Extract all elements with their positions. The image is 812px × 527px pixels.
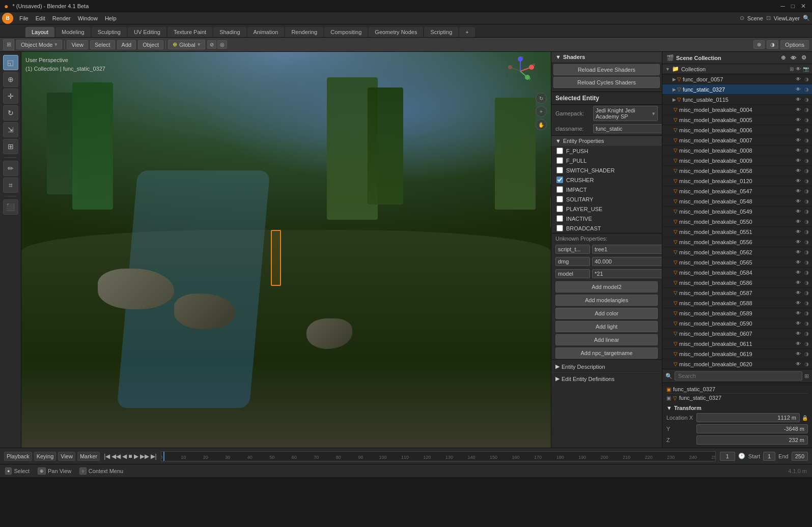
playback-btn[interactable]: Playback [4,452,32,461]
cb-impact[interactable] [556,186,563,193]
entity-properties-header[interactable]: ▼ Entity Properties [551,136,662,146]
ci-render-icon[interactable]: ◑ [803,188,810,194]
collection-item[interactable]: ▽ misc_model_breakable_0590 👁 ◑ [662,318,812,329]
collection-item[interactable]: ▽ misc_model_breakable_0556 👁 ◑ [662,237,812,247]
tab-geometry-nodes[interactable]: Geometry Nodes [369,27,423,37]
collection-item[interactable]: ▽ misc_model_breakable_0589 👁 ◑ [662,308,812,318]
collection-item[interactable]: ▽ misc_model_breakable_0005 👁 ◑ [662,115,812,125]
ci-eye-icon[interactable]: 👁 [795,361,802,367]
cb-broadcast[interactable] [556,225,563,231]
coll-filter-icon[interactable]: ⊞ [790,66,794,72]
ci-eye-icon[interactable]: 👁 [795,219,802,224]
ci-eye-icon[interactable]: 👁 [795,188,802,194]
object-btn[interactable]: Object [138,40,163,49]
collection-item[interactable]: ▽ misc_model_breakable_0006 👁 ◑ [662,125,812,135]
options-btn[interactable]: Options [780,40,809,49]
prop-key-script[interactable] [555,245,590,254]
ci-eye-icon[interactable]: 👁 [795,341,802,346]
ci-eye-icon[interactable]: 👁 [795,259,802,265]
collection-item[interactable]: ▽ misc_model_breakable_0548 👁 ◑ [662,196,812,207]
collection-collapse-arrow[interactable]: ▼ [665,67,670,72]
side-tab-tool[interactable]: Tool [550,150,551,164]
ci-render-icon[interactable]: ◑ [803,331,810,336]
tab-uv-editing[interactable]: UV Editing [128,27,166,37]
collection-item[interactable]: ▽ misc_model_breakable_0007 👁 ◑ [662,135,812,145]
tab-compositing[interactable]: Compositing [324,27,368,37]
menu-file[interactable]: File [16,14,32,22]
ci-eye-icon[interactable]: 👁 [795,86,802,92]
scene-search-input[interactable] [675,371,802,380]
ci-eye-icon[interactable]: 👁 [795,198,802,204]
coll-render-icon[interactable]: 📷 [803,66,809,72]
ci-render-icon[interactable]: ◑ [803,320,810,326]
cb-f-push[interactable] [556,148,563,154]
ci-eye-icon[interactable]: 👁 [795,270,802,275]
step-back-btn[interactable]: ◀◀ [111,453,121,460]
ci-eye-icon[interactable]: 👁 [795,158,802,163]
viewport-overlays-btn[interactable]: ⊛ [753,40,765,49]
maximize-btn[interactable]: □ [789,3,797,10]
ci-render-icon[interactable]: ◑ [803,107,810,112]
scene-filter-icon[interactable]: ⊕ [779,54,787,62]
collection-item[interactable]: ▽ misc_model_breakable_0551 👁 ◑ [662,227,812,237]
snap-btn[interactable]: ⊘ ◎ [207,40,227,49]
ci-render-icon[interactable]: ◑ [803,239,810,245]
ci-eye-icon[interactable]: 👁 [795,209,802,214]
cb-solitary[interactable] [556,196,563,202]
prop-val-dmg[interactable] [592,257,662,266]
ci-eye-icon[interactable]: 👁 [795,290,802,296]
ci-eye-icon[interactable]: 👁 [795,137,802,143]
add-cube-btn[interactable]: ⬛ [3,199,18,215]
collection-item[interactable]: ▽ misc_model_breakable_0120 👁 ◑ [662,176,812,186]
transform-header[interactable]: ▼ Transform [666,404,808,412]
tab-sculpting[interactable]: Sculpting [92,27,127,37]
collection-item[interactable]: ▽ misc_model_breakable_0607 👁 ◑ [662,329,812,339]
collection-item[interactable]: ▽ misc_model_breakable_0619 👁 ◑ [662,349,812,359]
close-btn[interactable]: ✕ [799,3,808,10]
collection-item[interactable]: ▶ ▽ func_static_0327 👁 ◑ [662,84,812,95]
tab-layout[interactable]: Layout [25,27,54,37]
ci-render-icon[interactable]: ◑ [803,117,810,123]
ci-render-icon[interactable]: ◑ [803,97,810,102]
ci-eye-icon[interactable]: 👁 [795,300,802,306]
ci-render-icon[interactable]: ◑ [803,300,810,306]
ci-eye-icon[interactable]: 👁 [795,249,802,255]
tab-texture-paint[interactable]: Texture Paint [167,27,212,37]
play-reverse-btn[interactable]: ◀ [122,453,127,460]
add-linear-btn[interactable]: Add linear [555,334,658,345]
tab-modeling[interactable]: Modeling [55,27,91,37]
prop-val-model[interactable] [592,269,662,278]
view-btn[interactable]: View [67,40,88,49]
shaders-header[interactable]: ▼ Shaders [551,52,662,62]
move-tool-btn[interactable]: ✛ [3,89,18,104]
ci-eye-icon[interactable]: 👁 [795,310,802,316]
filter-icon-scene[interactable]: ⊞ [804,373,809,379]
menu-render[interactable]: Render [49,14,74,22]
transform-tool-btn[interactable]: ⊞ [3,139,18,154]
ci-render-icon[interactable]: ◑ [803,249,810,255]
ci-render-icon[interactable]: ◑ [803,148,810,153]
add-color-btn[interactable]: Add color [555,308,658,319]
search-icon-header[interactable]: 🔍 [803,15,810,21]
select-btn[interactable]: Select [90,40,115,49]
collection-item[interactable]: ▽ misc_model_breakable_0587 👁 ◑ [662,288,812,298]
mode-selector[interactable]: Object Mode▾ [16,40,62,49]
view-timeline-btn[interactable]: View [58,452,75,461]
ci-eye-icon[interactable]: 👁 [795,331,802,336]
nav-zoom-btn[interactable]: + [536,106,547,117]
collection-item[interactable]: ▽ misc_model_breakable_0008 👁 ◑ [662,145,812,156]
ci-render-icon[interactable]: ◑ [803,310,810,316]
ci-render-icon[interactable]: ◑ [803,280,810,285]
scale-tool-btn[interactable]: ⇲ [3,122,18,137]
collection-item[interactable]: ▽ misc_model_breakable_0588 👁 ◑ [662,298,812,308]
cursor-tool-btn[interactable]: ⊕ [3,72,18,87]
add-btn-toolbar[interactable]: Add [117,40,136,49]
cb-inactive[interactable] [556,215,563,222]
collection-item[interactable]: ▽ misc_model_breakable_0058 👁 ◑ [662,166,812,176]
transform-selector[interactable]: ⊕Global▾ [168,40,205,49]
jump-start-btn[interactable]: |◀ [104,453,110,460]
collection-item[interactable]: ▶ ▽ func_door_0057 👁 ◑ [662,74,812,84]
jump-end-btn[interactable]: ▶| [151,453,157,460]
ci-render-icon[interactable]: ◑ [803,219,810,224]
location-z-val[interactable]: 232 m [696,435,808,445]
